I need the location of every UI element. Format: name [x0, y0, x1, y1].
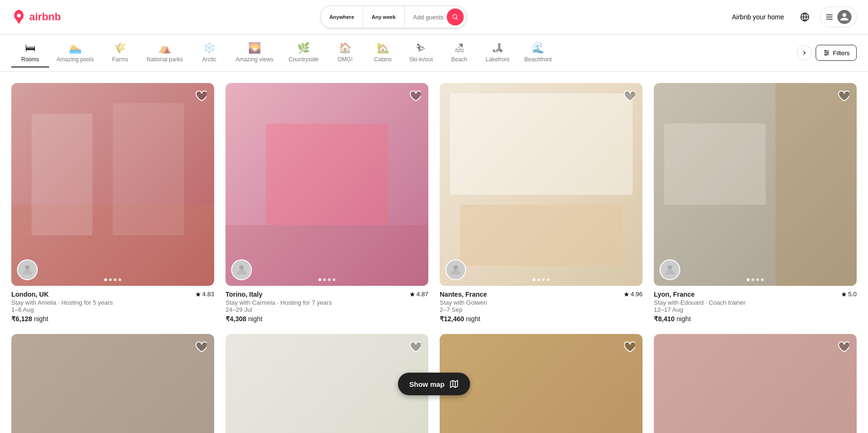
price-amount: ₹12,460: [440, 315, 464, 323]
listing-rating: 4.96: [624, 291, 643, 298]
heart-icon: [838, 341, 849, 353]
user-icon: [840, 12, 849, 22]
listing-rating: 4.87: [409, 291, 428, 298]
svg-point-12: [453, 265, 458, 270]
listing-card-nantes[interactable]: Nantes, France 4.96 Stay with Golwen 2–7…: [440, 83, 643, 323]
wishlist-button[interactable]: [193, 89, 209, 104]
listing-rating: 4.83: [195, 291, 214, 298]
listing-location: Torino, Italy: [225, 291, 262, 298]
logo-text: airbnb: [29, 11, 61, 23]
category-amazing-pools[interactable]: 🏊 Amazing pools: [49, 38, 101, 67]
listing-top: Nantes, France 4.96: [440, 291, 643, 298]
listing-host: Stay with Amelia · Hosting for 5 years: [11, 299, 214, 306]
wishlist-button[interactable]: [836, 89, 851, 104]
wishlist-button[interactable]: [193, 340, 209, 355]
listing-dates: 24–29 Jul: [225, 306, 428, 313]
host-avatar-icon: [234, 263, 249, 277]
dot: [537, 278, 540, 281]
dot: [118, 278, 121, 281]
scroll-right-button[interactable]: [797, 45, 812, 60]
farms-icon: 🌾: [114, 42, 126, 54]
listing-dates: 1–6 Aug: [11, 306, 214, 313]
wishlist-button[interactable]: [408, 340, 423, 355]
listing-image-wrap: [11, 334, 214, 433]
host-avatar: [659, 259, 680, 280]
listing-top: Torino, Italy 4.87: [225, 291, 428, 298]
star-icon: [195, 291, 201, 297]
category-rooms[interactable]: 🛏 Rooms: [11, 38, 49, 67]
listing-image: [654, 83, 857, 286]
week-section[interactable]: Any week: [363, 6, 405, 28]
show-map-button[interactable]: Show map: [398, 373, 470, 395]
listing-dates: 12–17 Aug: [654, 306, 857, 313]
dot: [533, 278, 535, 281]
search-button[interactable]: [447, 8, 464, 25]
category-national-parks[interactable]: ⛺ National parks: [139, 38, 191, 67]
user-menu[interactable]: [820, 7, 857, 27]
dot: [751, 278, 754, 281]
category-beach[interactable]: 🏖 Beach: [441, 38, 478, 67]
category-beachfront[interactable]: 🌊 Beachfront: [517, 38, 559, 67]
listing-host: Stay with Carmela · Hosting for 7 years: [225, 299, 428, 306]
omg-icon: 🏠: [339, 42, 351, 54]
listing-image-wrap: [440, 83, 643, 286]
category-cabins[interactable]: 🏡 Cabins: [364, 38, 402, 67]
language-button[interactable]: [795, 8, 814, 26]
category-farms[interactable]: 🌾 Farms: [101, 38, 139, 67]
price-amount: ₹6,128: [11, 315, 32, 323]
cabins-label: Cabins: [374, 56, 392, 63]
listing-card-row2d[interactable]: Row 2 Listing D 4.93 Stay with Host 1–6 …: [654, 334, 857, 433]
listing-image: [440, 83, 643, 286]
listing-host: Stay with Edouard · Coach trainer: [654, 299, 857, 306]
listing-card-torino[interactable]: Torino, Italy 4.87 Stay with Carmela · H…: [225, 83, 428, 323]
wishlist-button[interactable]: [408, 89, 423, 104]
dot: [547, 278, 550, 281]
listing-card-lyon[interactable]: Lyon, France 5.0 Stay with Edouard · Coa…: [654, 83, 857, 323]
category-ski[interactable]: ⛷ Ski-in/out: [402, 38, 441, 67]
rooms-icon: 🛏: [25, 42, 35, 54]
airbnb-logo[interactable]: airbnb: [11, 9, 61, 25]
show-map-wrap: Show map: [398, 373, 470, 395]
category-arctic[interactable]: ❄️ Arctic: [190, 38, 228, 67]
listing-host: Stay with Golwen: [440, 299, 643, 306]
star-icon: [624, 291, 629, 297]
location-section[interactable]: Anywhere: [321, 6, 363, 28]
location-label: Anywhere: [329, 14, 354, 20]
dot: [323, 278, 326, 281]
guests-section[interactable]: Add guests: [405, 6, 447, 28]
listing-image-wrap: [654, 83, 857, 286]
category-countryside[interactable]: 🌿 Countryside: [281, 38, 326, 67]
wishlist-button[interactable]: [622, 340, 637, 355]
airbnb-home-button[interactable]: Airbnb your home: [726, 9, 790, 25]
listing-top: Lyon, France 5.0: [654, 291, 857, 298]
rating-value: 4.83: [202, 291, 214, 298]
beach-label: Beach: [451, 56, 467, 63]
countryside-icon: 🌿: [297, 42, 310, 54]
listing-price: ₹12,460 night: [440, 315, 643, 323]
image-dots: [318, 278, 335, 281]
listing-image: [11, 83, 214, 286]
globe-icon: [800, 12, 810, 22]
dot: [328, 278, 331, 281]
category-omg[interactable]: 🏠 OMG!: [326, 38, 364, 67]
wishlist-button[interactable]: [622, 89, 637, 104]
heart-icon: [409, 91, 421, 102]
price-amount: ₹8,410: [654, 315, 675, 323]
category-amazing-views[interactable]: 🌄 Amazing views: [228, 38, 281, 67]
rooms-label: Rooms: [21, 56, 39, 63]
filters-button[interactable]: Filters: [816, 45, 857, 61]
listing-card-london[interactable]: London, UK 4.83 Stay with Amelia · Hosti…: [11, 83, 214, 323]
image-dots: [533, 278, 550, 281]
listing-dates: 2–7 Sep: [440, 306, 643, 313]
listing-card-row2a[interactable]: Row 2 Listing A 4.91 Stay with Host 5–10…: [11, 334, 214, 433]
listing-location: London, UK: [11, 291, 49, 298]
category-lakefront[interactable]: 🏞 Lakefront: [478, 38, 517, 67]
wishlist-button[interactable]: [836, 340, 851, 355]
dot: [756, 278, 759, 281]
beach-icon: 🏖: [454, 42, 465, 54]
star-icon: [409, 291, 415, 297]
listing-rating: 5.0: [841, 291, 857, 298]
dot: [333, 278, 335, 281]
map-icon: [450, 379, 459, 389]
image-dots: [104, 278, 121, 281]
